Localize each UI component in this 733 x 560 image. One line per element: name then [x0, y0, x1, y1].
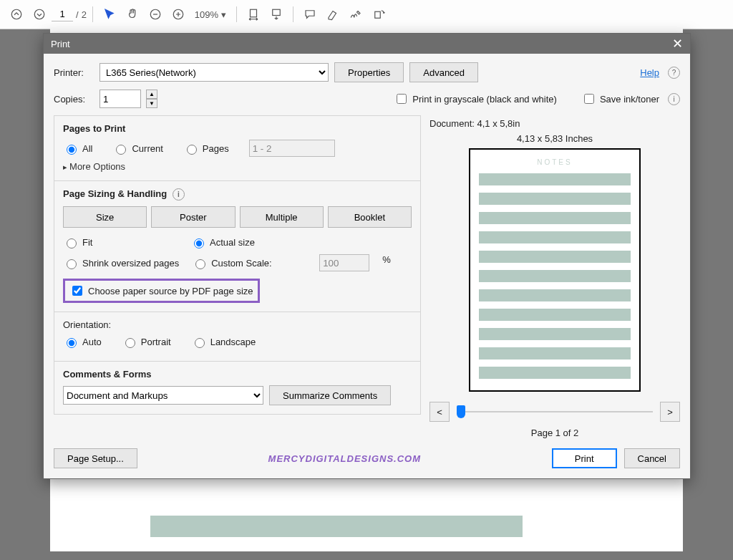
fit-page-icon[interactable] [266, 4, 287, 25]
copies-spinner[interactable]: ▲▼ [146, 90, 157, 108]
orientation-label: Orientation: [63, 319, 412, 330]
grayscale-checkbox[interactable]: Print in grayscale (black and white) [394, 92, 557, 106]
arrow-down-circle-icon[interactable] [29, 4, 50, 25]
zoom-value: 109% [195, 9, 218, 20]
fit-radio[interactable]: Fit [63, 236, 178, 248]
orient-landscape-radio[interactable]: Landscape [191, 336, 256, 348]
percent-label: % [382, 254, 391, 271]
comments-panel: Comments & Forms Document and Markups Su… [54, 362, 421, 415]
print-button[interactable]: Print [552, 448, 617, 468]
watermark-text: MERCYDIGITALDESIGNS.COM [268, 453, 421, 464]
highlight-icon[interactable] [322, 4, 344, 25]
choose-paper-source-highlight: Choose paper source by PDF page size [63, 279, 260, 303]
zoom-in-icon[interactable] [168, 4, 189, 25]
page-current-input[interactable] [52, 7, 73, 21]
pages-all-radio[interactable]: All [63, 143, 92, 155]
chevron-down-icon: ▾ [221, 9, 226, 20]
preview-page-label: Page 1 of 2 [429, 428, 680, 438]
prev-page-button[interactable]: < [429, 402, 450, 422]
zoom-level[interactable]: 109% ▾ [190, 9, 230, 20]
copies-label: Copies: [54, 94, 94, 105]
comments-select[interactable]: Document and Markups [63, 386, 263, 405]
hand-tool-icon[interactable] [122, 4, 143, 25]
rotate-icon[interactable] [368, 4, 389, 25]
page-preview: NOTES [469, 148, 641, 392]
cancel-button[interactable]: Cancel [624, 448, 680, 468]
close-icon[interactable]: ✕ [672, 36, 683, 52]
size-button[interactable]: Size [63, 206, 147, 228]
dialog-title: Print [51, 39, 70, 49]
choose-paper-checkbox[interactable]: Choose paper source by PDF page size [69, 284, 253, 298]
pages-current-radio[interactable]: Current [112, 143, 162, 155]
preview-notes-heading: NOTES [479, 158, 631, 166]
page-setup-button[interactable]: Page Setup... [54, 448, 137, 468]
pages-title: Pages to Print [63, 123, 412, 134]
printer-label: Printer: [54, 67, 94, 78]
pages-to-print-panel: Pages to Print All Current Pages More Op… [54, 115, 421, 181]
svg-point-0 [11, 9, 21, 19]
info-icon[interactable]: i [668, 93, 680, 105]
page-indicator: / 2 [52, 7, 87, 21]
printer-select[interactable]: L365 Series(Network) [99, 63, 329, 82]
more-options-toggle[interactable]: More Options [63, 161, 412, 172]
slider-thumb[interactable] [457, 405, 465, 418]
shrink-radio[interactable]: Shrink oversized pages [63, 254, 179, 271]
orient-auto-radio[interactable]: Auto [63, 336, 102, 348]
doc-size-label: Document: 4,1 x 5,8in [429, 118, 680, 129]
orientation-panel: Orientation: Auto Portrait Landscape [54, 312, 421, 362]
custom-scale-input[interactable] [319, 254, 369, 271]
custom-scale-radio[interactable]: Custom Scale: [192, 254, 306, 271]
properties-button[interactable]: Properties [334, 62, 404, 82]
comment-icon[interactable] [299, 4, 321, 25]
multiple-button[interactable]: Multiple [240, 206, 324, 228]
pages-range-radio[interactable]: Pages [183, 143, 229, 155]
save-ink-checkbox[interactable]: Save ink/toner [581, 92, 659, 106]
fit-width-icon[interactable] [243, 4, 264, 25]
zoom-out-icon[interactable] [145, 4, 166, 25]
select-tool-icon[interactable] [99, 4, 120, 25]
actual-radio[interactable]: Actual size [190, 236, 305, 248]
page-total: 2 [82, 9, 87, 20]
booklet-button[interactable]: Booklet [328, 206, 412, 228]
app-toolbar: / 2 109% ▾ [0, 0, 733, 29]
help-link[interactable]: Help [640, 67, 659, 78]
pages-range-input[interactable] [249, 140, 335, 157]
print-dialog: Print ✕ Printer: L365 Series(Network) Pr… [43, 33, 691, 479]
orient-portrait-radio[interactable]: Portrait [122, 336, 171, 348]
poster-button[interactable]: Poster [151, 206, 235, 228]
info-icon[interactable]: i [173, 188, 185, 201]
sign-icon[interactable] [345, 4, 366, 25]
svg-rect-5 [273, 9, 281, 15]
svg-rect-4 [251, 9, 257, 17]
svg-point-1 [34, 9, 44, 19]
next-page-button[interactable]: > [660, 402, 680, 422]
svg-rect-6 [375, 11, 381, 18]
dialog-titlebar: Print ✕ [44, 34, 690, 54]
advanced-button[interactable]: Advanced [409, 62, 478, 82]
sizing-panel: Page Sizing & Handling i Size Poster Mul… [54, 181, 421, 312]
arrow-up-circle-icon[interactable] [6, 4, 27, 25]
summarize-button[interactable]: Summarize Comments [269, 385, 391, 405]
page-sep: / [76, 9, 79, 20]
copies-input[interactable] [99, 90, 141, 108]
help-icon[interactable]: ? [668, 67, 680, 79]
comments-title: Comments & Forms [63, 369, 412, 380]
page-slider[interactable] [457, 411, 653, 412]
preview-column: Document: 4,1 x 5,8in 4,13 x 5,83 Inches… [429, 115, 680, 438]
sizing-title: Page Sizing & Handling i [63, 188, 412, 201]
paper-dim-label: 4,13 x 5,83 Inches [429, 133, 680, 144]
